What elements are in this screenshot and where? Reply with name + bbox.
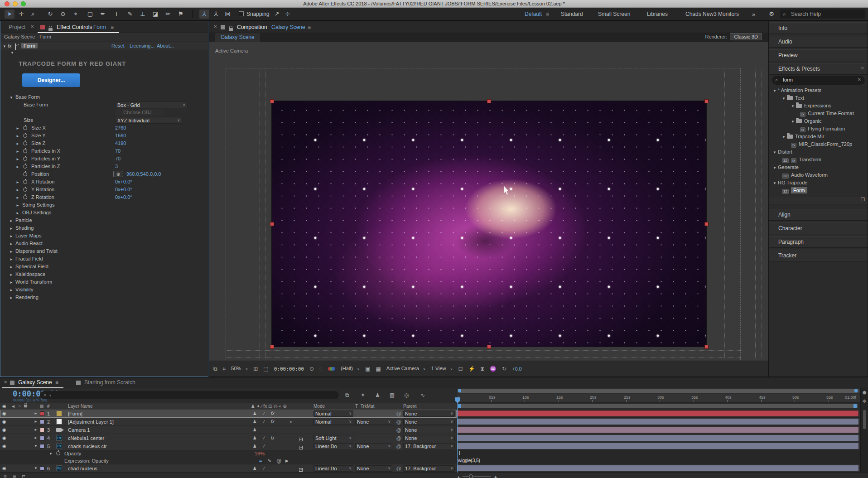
layer-bar-cnebula1[interactable] [457, 435, 858, 441]
twirl-icon[interactable]: ▼ [34, 444, 38, 448]
tree-audio-waveform-effect[interactable]: 32Audio Waveform [771, 172, 867, 180]
magnification-dropdown[interactable]: 50% ∨ [231, 366, 248, 372]
group-fractal-field[interactable]: ►Fractal Field [0, 256, 207, 263]
duration-row-chads-nucleus-ctr[interactable] [457, 442, 860, 450]
snap-to-edges-icon[interactable]: ↗ [272, 10, 282, 19]
mode-dropdown[interactable]: Linear Do∨ [313, 465, 353, 472]
fx-switch-icon[interactable]: fx [271, 419, 275, 424]
reset-link[interactable]: Reset [111, 43, 125, 48]
twirl-icon[interactable]: ► [34, 420, 38, 424]
opacity-property-row[interactable]: ▼ Opacity 16% [0, 450, 457, 457]
parent-pickwhip-icon[interactable]: @ [394, 410, 403, 417]
parent-dropdown[interactable]: None∨ [403, 435, 455, 441]
tree-animation-presets[interactable]: ▼ * Animation Presets [771, 87, 867, 95]
group-disperse-twist[interactable]: ►Disperse and Twist [0, 248, 207, 256]
group-shading[interactable]: ►Shading [0, 225, 207, 232]
fast-previews-icon[interactable]: ⚡ [468, 366, 475, 372]
quality-switch-icon[interactable]: ∕ [264, 466, 265, 471]
param-value[interactable]: 1660 [115, 133, 126, 138]
workspace-chads-new3-monitors[interactable]: Chads New3 Monitors [685, 11, 739, 17]
workspace-standard[interactable]: Standard [561, 11, 583, 17]
label-color-chip[interactable] [40, 420, 44, 424]
timeline-vertical-scrollbar[interactable]: ⬟ ✥ [860, 388, 868, 478]
hide-shy-layers-icon[interactable]: ♟ [375, 392, 380, 398]
number-column-header[interactable]: # [47, 403, 56, 409]
frame-blending-icon[interactable]: ▤ [390, 392, 395, 398]
group-particle[interactable]: ►Particle [0, 217, 207, 225]
snapping-checkbox[interactable] [239, 11, 244, 16]
tree-flying-formation[interactable]: fxFlying Formation [771, 126, 867, 134]
twirl-closed-icon[interactable]: ► [10, 234, 13, 238]
property-label[interactable]: Opacity [64, 450, 255, 457]
group-kaleidospace[interactable]: ►Kaleidospace [0, 271, 207, 279]
trkmat-column-header[interactable]: T TrkMat [355, 403, 394, 409]
param-value[interactable]: 2760 [115, 125, 126, 130]
base-form-dropdown[interactable]: Box - Grid ∨ [115, 101, 188, 108]
fx-switch-icon[interactable]: fx [271, 411, 275, 416]
draft-3d-icon[interactable]: ✦ [361, 392, 365, 398]
layer-row-chad-nucleus[interactable]: ◉ ▼ 6 Ps chad nucleus ♟ ∕ Linear Do∨ Non… [0, 464, 457, 473]
expression-text-row[interactable]: wiggle(3,5) [457, 457, 860, 464]
position-crosshair-button[interactable]: ⊕ [113, 171, 123, 177]
twirl-closed-icon[interactable]: ► [10, 227, 13, 231]
selection-handle[interactable] [270, 222, 274, 226]
panel-menu-icon[interactable]: ≡ [111, 24, 114, 30]
safe-zones-icon[interactable]: ⊞ [253, 366, 258, 372]
param-value[interactable]: 960.0,540.0,0.0 [126, 171, 161, 177]
group-audio-react[interactable]: ►Audio React [0, 240, 207, 248]
param-obj-settings[interactable]: ► OBJ Settings [0, 209, 207, 217]
size-dropdown[interactable]: XYZ Individual ∨ [115, 117, 182, 124]
stopwatch-icon[interactable] [56, 451, 60, 455]
eye-icon[interactable]: ◉ [2, 419, 6, 424]
stopwatch-icon[interactable] [23, 172, 27, 176]
twirl-closed-icon[interactable]: ► [16, 142, 19, 146]
stopwatch-icon[interactable] [23, 126, 27, 130]
enable-expression-icon[interactable]: = [259, 457, 267, 464]
video-column-icon[interactable]: ◉ [2, 404, 6, 409]
stopwatch-icon[interactable] [23, 157, 27, 161]
shy-switch-icon[interactable]: ♟ [253, 435, 257, 440]
twirl-closed-icon[interactable]: ► [16, 134, 19, 138]
twirl-open-icon[interactable]: ▼ [3, 44, 6, 48]
layer-name[interactable]: cNebula1 center [68, 434, 251, 442]
expression-row[interactable]: Expression: Opacity = ∿ @ ▶ [0, 457, 457, 464]
adjustment-layer-switch-icon[interactable]: ◐ [290, 419, 293, 424]
twirl-closed-icon[interactable]: ► [16, 188, 19, 192]
layer-name[interactable]: chad nucleus [68, 464, 251, 472]
twirl-closed-icon[interactable]: ► [16, 211, 19, 215]
tree-generate-category[interactable]: ▼ Generate [771, 164, 867, 172]
tree-trapcode-mir-folder[interactable]: ▼ Trapcode Mir [771, 134, 867, 141]
quality-switch-icon[interactable]: ∕ [264, 411, 265, 416]
param-value[interactable]: 4190 [115, 140, 126, 146]
show-post-expression-graph-icon[interactable]: ∿ [267, 457, 276, 464]
param-value[interactable]: 70 [115, 156, 121, 161]
mode-dropdown[interactable]: Linear Do∨ [313, 443, 353, 449]
lock-icon[interactable] [229, 28, 233, 31]
show-channels-icon[interactable] [328, 366, 335, 372]
twirl-open-icon[interactable]: ▼ [10, 51, 14, 55]
tab-effect-controls-target[interactable]: Form [93, 24, 106, 30]
composition-viewport[interactable]: Active Camera [209, 42, 768, 361]
quality-switch-icon[interactable]: ∕ [264, 435, 265, 440]
panel-character[interactable]: Character [769, 222, 868, 234]
param-value[interactable]: 3 [115, 164, 118, 169]
selection-handle[interactable] [270, 99, 274, 103]
reset-exposure-icon[interactable]: ↻ [502, 366, 506, 372]
panel-info[interactable]: Info [769, 22, 868, 34]
parent-column-header[interactable]: Parent [403, 403, 457, 409]
zoom-slider-track[interactable] [463, 476, 491, 477]
group-world-transform[interactable]: ►World Transform [0, 279, 207, 286]
effects-search-field[interactable]: ⌕ form ✕ [772, 76, 865, 85]
parent-pickwhip-icon[interactable]: @ [394, 464, 403, 472]
parent-dropdown[interactable]: None∨ [403, 427, 455, 433]
parent-dropdown[interactable]: None∨ [403, 419, 455, 425]
trkmat-dropdown[interactable]: None∨ [355, 443, 392, 449]
parent-dropdown[interactable]: None∨ [403, 410, 455, 417]
tree-transform-effect[interactable]: 32fxTransform [771, 157, 867, 164]
layer-name[interactable]: [Form] [68, 410, 251, 417]
panel-menu-icon[interactable]: ≡ [55, 379, 58, 386]
zoom-in-icon[interactable]: ▲ [493, 474, 498, 478]
tree-expressions-folder[interactable]: ▼ Expressions [771, 103, 867, 111]
work-area-end-handle[interactable] [854, 404, 857, 408]
selection-handle[interactable] [704, 345, 709, 349]
